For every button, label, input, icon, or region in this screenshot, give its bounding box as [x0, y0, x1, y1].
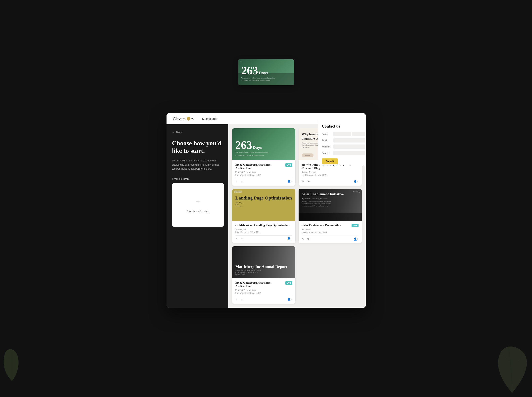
- card1-thumb-sub: We've spent working from home and counti…: [235, 151, 269, 154]
- card5-view-icon[interactable]: 👁: [241, 298, 243, 301]
- back-label: Back: [176, 131, 182, 134]
- card2-date: Last Update: 12 Mar 2022: [302, 174, 359, 176]
- card1-date: Last Update: 09 Mar 2022: [235, 174, 292, 176]
- card5-thumb-sub: Against All Odds in the year of COVID: [235, 270, 287, 272]
- scratch-card-label: Start from Scratch: [187, 210, 209, 213]
- story-card-5[interactable]: Mattleberg Inc Annual Report Against All…: [232, 246, 295, 304]
- contact-number-input[interactable]: [333, 144, 366, 149]
- card3-view-icon[interactable]: 👁: [241, 237, 243, 241]
- card4-date: Last Update: 24 Dec 2021: [302, 231, 359, 234]
- card2-view-icon[interactable]: 👁: [307, 180, 310, 183]
- card1-days-num: 263: [235, 140, 252, 151]
- card4-view-icon[interactable]: 👁: [307, 238, 310, 241]
- contact-submit-button[interactable]: Submit: [322, 158, 338, 164]
- card4-title: Sales Enablement Presentation: [302, 223, 341, 227]
- scratch-card[interactable]: + Start from Scratch: [172, 183, 224, 227]
- card3-date: Last Update: 22 Dec 2021: [235, 231, 292, 233]
- contact-country-label: Country:: [322, 152, 332, 154]
- card5-date: Last Update: 09 Mar 2022: [235, 292, 292, 294]
- sidebar-title: Choose how you'd like to start.: [172, 139, 223, 155]
- card4-share-icon[interactable]: 👤+: [354, 237, 359, 241]
- card3-thumb-sub: The Why...Why...And How: [235, 202, 292, 208]
- logo: Cleverst ry: [173, 116, 194, 121]
- story-card-1[interactable]: 263 Days We've spent working from home a…: [232, 128, 295, 186]
- story-card-4[interactable]: RedWing Sales Enablement Initiative Pape…: [299, 189, 362, 243]
- floating-subtitle: We've spent working from home and counti…: [241, 77, 275, 79]
- days-number: 263: [241, 65, 258, 76]
- card4-thumb-desc: Building a single window content platfor…: [302, 200, 334, 207]
- card1-share-icon[interactable]: 👤+: [287, 180, 292, 183]
- card3-type: WhitePaper: [235, 228, 292, 231]
- contact-country-row: Country:: [322, 151, 366, 155]
- card4-thumb-company: Paperflite for Mattleberg Associates: [302, 198, 344, 200]
- contact-modal: Contact us Name: Email: Number:: [318, 119, 366, 169]
- contact-country-input[interactable]: [333, 151, 366, 155]
- card3-thumb-title: Landing Page Optimization: [235, 195, 292, 200]
- card1-title: Meet Mattleberg Associates - A...Brochur…: [235, 163, 284, 170]
- contact-email-row: Email:: [322, 138, 366, 143]
- card3-share-icon[interactable]: 👤+: [287, 237, 292, 241]
- card1-live-badge: LIVE: [285, 163, 292, 167]
- card2-type: Annual Report: [302, 171, 359, 174]
- card5-thumb-contact: For the Attention of Customer RepContact…: [235, 272, 287, 275]
- card2-thumb-btn: ———: [302, 154, 313, 157]
- logo-dot-icon: [187, 117, 190, 121]
- contact-name-row: Name:: [322, 132, 366, 136]
- card5-live-badge: LIVE: [285, 281, 292, 285]
- story-card-3[interactable]: Paperflite Landing Page Optimization The…: [232, 189, 295, 243]
- back-button[interactable]: ← Back: [172, 131, 223, 134]
- card2-share-icon[interactable]: 👤+: [354, 180, 359, 183]
- card2-edit-icon[interactable]: ✎: [302, 180, 304, 183]
- contact-email-input[interactable]: [333, 138, 366, 143]
- card1-days-label: Days: [253, 145, 263, 150]
- card3-paperflite-badge: Paperflite: [234, 191, 242, 193]
- contact-number-row: Number:: [322, 144, 366, 149]
- card5-title: Meet Mattleberg Associates - A...Brochur…: [235, 281, 284, 288]
- sidebar-description: Lorem ipsum dolor sit amet, consetetur s…: [172, 159, 223, 171]
- app-window: Cleverst ry Storyboards ← Back Choose ho…: [166, 113, 366, 308]
- leaf-left-decoration: [0, 345, 24, 381]
- contact-number-label: Number:: [322, 145, 332, 148]
- scratch-plus-icon: +: [193, 197, 203, 206]
- card1-view-icon[interactable]: 👁: [241, 180, 243, 183]
- card1-thumb-sub2: Although we quite like coming to office: [235, 154, 269, 156]
- floating-top-card: 263 Days We've spent working from home a…: [238, 59, 294, 85]
- floating-subtext: Although we quite like coming to office: [241, 79, 275, 81]
- days-label: Days: [259, 71, 269, 75]
- contact-lastname-input[interactable]: [352, 132, 366, 136]
- nav-storyboards[interactable]: Storyboards: [202, 117, 217, 120]
- from-scratch-label: From Scratch: [172, 177, 223, 180]
- card4-edit-icon[interactable]: ✎: [302, 237, 304, 241]
- card1-edit-icon[interactable]: ✎: [235, 180, 238, 183]
- logo-text-before: Cleverst: [173, 116, 187, 121]
- sidebar: ← Back Choose how you'd like to start. L…: [166, 124, 228, 308]
- card4-thumb-title: Sales Enablement Initiative: [302, 192, 344, 197]
- contact-title: Contact us: [322, 124, 366, 129]
- card5-thumb-title: Mattleberg Inc Annual Report: [235, 265, 287, 269]
- contact-form: Name: Email: Number:: [322, 132, 366, 164]
- contact-email-label: Email:: [322, 139, 332, 142]
- back-arrow-icon: ←: [172, 131, 175, 134]
- card4-type: Brochure: [302, 228, 359, 231]
- card3-title: Guidebook on Landing Page Optimisation: [235, 223, 289, 227]
- card1-type: Product Presentation: [235, 171, 292, 174]
- card5-share-icon[interactable]: 👤+: [287, 298, 292, 301]
- card5-edit-icon[interactable]: ✎: [235, 298, 238, 301]
- card4-live-badge: LIVE: [352, 224, 358, 227]
- card5-type: Product Presentation: [235, 289, 292, 291]
- logo-text-after: ry: [191, 116, 194, 121]
- contact-firstname-input[interactable]: [333, 132, 351, 136]
- leaf-right-decoration: [492, 341, 532, 397]
- card3-edit-icon[interactable]: ✎: [235, 237, 238, 241]
- contact-name-label: Name:: [322, 133, 332, 135]
